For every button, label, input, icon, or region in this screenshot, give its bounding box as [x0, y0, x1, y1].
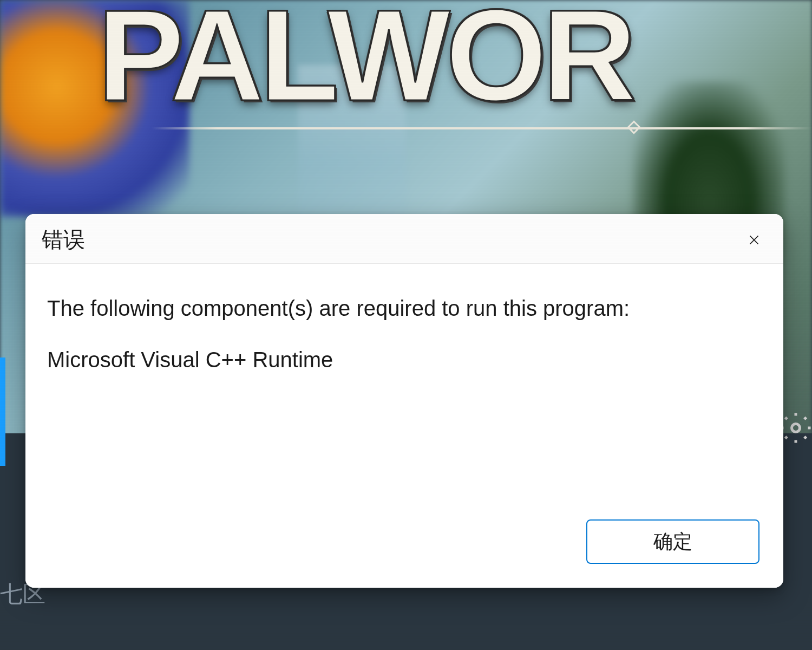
title-underline: [152, 127, 812, 129]
game-title-logo: PALWOR: [97, 0, 812, 110]
dialog-body: The following component(s) are required …: [25, 264, 783, 509]
gear-icon[interactable]: [780, 412, 812, 444]
svg-point-0: [792, 424, 800, 432]
dialog-title: 错误: [42, 225, 85, 255]
error-message-heading: The following component(s) are required …: [47, 296, 762, 321]
required-component-name: Microsoft Visual C++ Runtime: [47, 348, 762, 372]
error-dialog: 错误 The following component(s) are requir…: [25, 214, 783, 588]
close-button[interactable]: [741, 227, 767, 253]
steam-selection-bar: [0, 358, 5, 466]
ok-button[interactable]: 确定: [586, 519, 759, 564]
dialog-titlebar: 错误: [25, 214, 783, 264]
close-icon: [747, 233, 761, 247]
dialog-footer: 确定: [25, 509, 783, 588]
